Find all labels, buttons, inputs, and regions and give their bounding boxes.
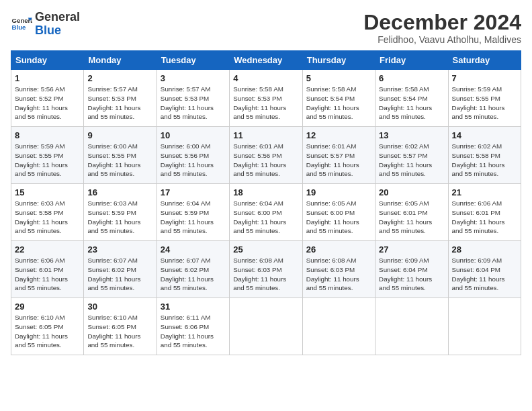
calendar-cell: 19Sunrise: 6:05 AMSunset: 6:00 PMDayligh… bbox=[302, 184, 375, 241]
day-number: 4 bbox=[233, 73, 298, 83]
day-info: Sunrise: 6:05 AMSunset: 6:01 PMDaylight:… bbox=[379, 199, 444, 236]
day-header-friday: Friday bbox=[375, 51, 448, 70]
calendar-cell: 23Sunrise: 6:07 AMSunset: 6:02 PMDayligh… bbox=[84, 241, 157, 298]
day-number: 3 bbox=[161, 73, 226, 83]
calendar-cell: 6Sunrise: 5:58 AMSunset: 5:54 PMDaylight… bbox=[375, 70, 448, 127]
day-number: 2 bbox=[87, 73, 152, 83]
day-header-sunday: Sunday bbox=[11, 51, 84, 70]
day-info: Sunrise: 6:01 AMSunset: 5:56 PMDaylight:… bbox=[233, 142, 298, 179]
calendar-cell: 1Sunrise: 5:56 AMSunset: 5:52 PMDaylight… bbox=[11, 70, 84, 127]
calendar-week-row: 22Sunrise: 6:06 AMSunset: 6:01 PMDayligh… bbox=[11, 241, 521, 298]
day-number: 7 bbox=[452, 73, 517, 83]
calendar-week-row: 8Sunrise: 5:59 AMSunset: 5:55 PMDaylight… bbox=[11, 127, 521, 184]
calendar-cell: 3Sunrise: 5:57 AMSunset: 5:53 PMDaylight… bbox=[157, 70, 229, 127]
day-number: 5 bbox=[306, 73, 371, 83]
header: General Blue General Blue December 2024 … bbox=[11, 11, 521, 45]
day-number: 25 bbox=[233, 244, 298, 255]
day-number: 31 bbox=[161, 302, 226, 312]
day-number: 15 bbox=[15, 187, 80, 197]
day-number: 9 bbox=[87, 130, 152, 140]
calendar-cell: 4Sunrise: 5:58 AMSunset: 5:53 PMDaylight… bbox=[230, 70, 302, 127]
day-info: Sunrise: 5:56 AMSunset: 5:52 PMDaylight:… bbox=[15, 85, 80, 122]
calendar-cell: 28Sunrise: 6:09 AMSunset: 6:04 PMDayligh… bbox=[448, 241, 521, 298]
day-info: Sunrise: 6:02 AMSunset: 5:58 PMDaylight:… bbox=[452, 142, 517, 179]
calendar-cell: 24Sunrise: 6:07 AMSunset: 6:02 PMDayligh… bbox=[157, 241, 229, 298]
title-area: December 2024 Felidhoo, Vaavu Atholhu, M… bbox=[363, 11, 521, 45]
day-number: 11 bbox=[233, 130, 298, 140]
calendar-cell: 30Sunrise: 6:10 AMSunset: 6:05 PMDayligh… bbox=[84, 298, 157, 355]
calendar-cell: 18Sunrise: 6:04 AMSunset: 6:00 PMDayligh… bbox=[230, 184, 302, 241]
day-info: Sunrise: 6:06 AMSunset: 6:01 PMDaylight:… bbox=[15, 256, 80, 293]
calendar-cell: 21Sunrise: 6:06 AMSunset: 6:01 PMDayligh… bbox=[448, 184, 521, 241]
day-number: 28 bbox=[452, 244, 517, 255]
logo-general-text: General bbox=[35, 11, 80, 24]
day-info: Sunrise: 6:07 AMSunset: 6:02 PMDaylight:… bbox=[161, 256, 226, 293]
day-info: Sunrise: 6:08 AMSunset: 6:03 PMDaylight:… bbox=[233, 256, 298, 293]
calendar-cell bbox=[302, 298, 375, 355]
day-info: Sunrise: 5:58 AMSunset: 5:54 PMDaylight:… bbox=[379, 85, 444, 122]
day-number: 29 bbox=[15, 302, 80, 312]
day-info: Sunrise: 6:02 AMSunset: 5:57 PMDaylight:… bbox=[379, 142, 444, 179]
day-number: 14 bbox=[452, 130, 517, 140]
calendar-cell: 13Sunrise: 6:02 AMSunset: 5:57 PMDayligh… bbox=[375, 127, 448, 184]
day-header-wednesday: Wednesday bbox=[230, 51, 302, 70]
calendar-cell: 25Sunrise: 6:08 AMSunset: 6:03 PMDayligh… bbox=[230, 241, 302, 298]
calendar-cell: 31Sunrise: 6:11 AMSunset: 6:06 PMDayligh… bbox=[157, 298, 229, 355]
day-info: Sunrise: 5:57 AMSunset: 5:53 PMDaylight:… bbox=[161, 85, 226, 122]
logo-icon: General Blue bbox=[11, 13, 32, 35]
day-info: Sunrise: 6:10 AMSunset: 6:05 PMDaylight:… bbox=[15, 313, 80, 350]
day-info: Sunrise: 5:58 AMSunset: 5:53 PMDaylight:… bbox=[233, 85, 298, 122]
month-title: December 2024 bbox=[363, 11, 521, 34]
day-number: 20 bbox=[379, 187, 444, 197]
calendar-week-row: 29Sunrise: 6:10 AMSunset: 6:05 PMDayligh… bbox=[11, 298, 521, 355]
calendar-week-row: 15Sunrise: 6:03 AMSunset: 5:58 PMDayligh… bbox=[11, 184, 521, 241]
location-title: Felidhoo, Vaavu Atholhu, Maldives bbox=[363, 34, 521, 45]
day-number: 6 bbox=[379, 73, 444, 83]
day-info: Sunrise: 6:01 AMSunset: 5:57 PMDaylight:… bbox=[306, 142, 371, 179]
calendar-cell: 16Sunrise: 6:03 AMSunset: 5:59 PMDayligh… bbox=[84, 184, 157, 241]
calendar-body: 1Sunrise: 5:56 AMSunset: 5:52 PMDaylight… bbox=[11, 70, 521, 355]
logo: General Blue General Blue bbox=[11, 11, 80, 38]
day-number: 22 bbox=[15, 244, 80, 255]
logo-blue-text: Blue bbox=[35, 24, 80, 38]
day-info: Sunrise: 6:00 AMSunset: 5:56 PMDaylight:… bbox=[161, 142, 226, 179]
day-info: Sunrise: 6:09 AMSunset: 6:04 PMDaylight:… bbox=[379, 256, 444, 293]
day-number: 17 bbox=[161, 187, 226, 197]
day-info: Sunrise: 6:07 AMSunset: 6:02 PMDaylight:… bbox=[87, 256, 152, 293]
calendar-cell bbox=[448, 298, 521, 355]
day-info: Sunrise: 6:00 AMSunset: 5:55 PMDaylight:… bbox=[87, 142, 152, 179]
day-number: 24 bbox=[161, 244, 226, 255]
calendar-cell: 10Sunrise: 6:00 AMSunset: 5:56 PMDayligh… bbox=[157, 127, 229, 184]
calendar-cell: 5Sunrise: 5:58 AMSunset: 5:54 PMDaylight… bbox=[302, 70, 375, 127]
day-info: Sunrise: 6:09 AMSunset: 6:04 PMDaylight:… bbox=[452, 256, 517, 293]
day-number: 16 bbox=[87, 187, 152, 197]
calendar-cell bbox=[230, 298, 302, 355]
day-info: Sunrise: 5:57 AMSunset: 5:53 PMDaylight:… bbox=[87, 85, 152, 122]
calendar-cell: 17Sunrise: 6:04 AMSunset: 5:59 PMDayligh… bbox=[157, 184, 229, 241]
calendar-cell: 14Sunrise: 6:02 AMSunset: 5:58 PMDayligh… bbox=[448, 127, 521, 184]
day-info: Sunrise: 6:11 AMSunset: 6:06 PMDaylight:… bbox=[161, 313, 226, 350]
day-number: 26 bbox=[306, 244, 371, 255]
day-info: Sunrise: 6:04 AMSunset: 6:00 PMDaylight:… bbox=[233, 199, 298, 236]
day-header-monday: Monday bbox=[84, 51, 157, 70]
day-number: 13 bbox=[379, 130, 444, 140]
day-number: 21 bbox=[452, 187, 517, 197]
day-info: Sunrise: 5:59 AMSunset: 5:55 PMDaylight:… bbox=[452, 85, 517, 122]
day-info: Sunrise: 6:03 AMSunset: 5:58 PMDaylight:… bbox=[15, 199, 80, 236]
day-number: 8 bbox=[15, 130, 80, 140]
day-number: 12 bbox=[306, 130, 371, 140]
day-number: 10 bbox=[161, 130, 226, 140]
day-header-thursday: Thursday bbox=[302, 51, 375, 70]
calendar-cell: 27Sunrise: 6:09 AMSunset: 6:04 PMDayligh… bbox=[375, 241, 448, 298]
calendar-header-row: SundayMondayTuesdayWednesdayThursdayFrid… bbox=[11, 51, 521, 70]
calendar-week-row: 1Sunrise: 5:56 AMSunset: 5:52 PMDaylight… bbox=[11, 70, 521, 127]
day-info: Sunrise: 6:05 AMSunset: 6:00 PMDaylight:… bbox=[306, 199, 371, 236]
calendar-cell: 11Sunrise: 6:01 AMSunset: 5:56 PMDayligh… bbox=[230, 127, 302, 184]
calendar-cell bbox=[375, 298, 448, 355]
day-number: 23 bbox=[87, 244, 152, 255]
day-info: Sunrise: 6:06 AMSunset: 6:01 PMDaylight:… bbox=[452, 199, 517, 236]
calendar-table: SundayMondayTuesdayWednesdayThursdayFrid… bbox=[11, 50, 521, 355]
day-info: Sunrise: 6:03 AMSunset: 5:59 PMDaylight:… bbox=[87, 199, 152, 236]
calendar-cell: 8Sunrise: 5:59 AMSunset: 5:55 PMDaylight… bbox=[11, 127, 84, 184]
calendar-cell: 7Sunrise: 5:59 AMSunset: 5:55 PMDaylight… bbox=[448, 70, 521, 127]
